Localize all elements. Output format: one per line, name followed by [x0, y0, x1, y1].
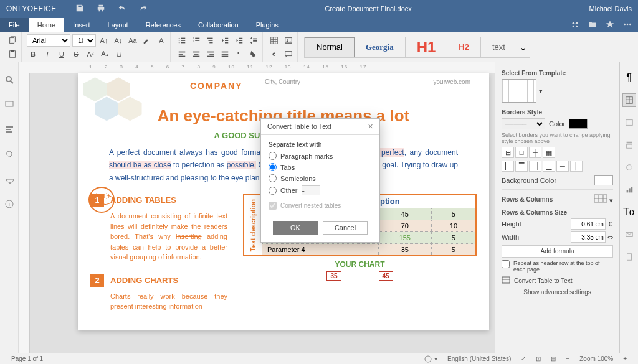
border-outer-icon[interactable]: ⊞ [502, 147, 514, 158]
zoom-out-button[interactable]: − [566, 355, 569, 362]
border-bottom-icon[interactable]: ▁ [543, 161, 555, 172]
search-icon[interactable] [4, 75, 14, 87]
share-icon[interactable] [571, 20, 579, 30]
paste-icon[interactable] [6, 48, 19, 60]
multilevel-icon[interactable] [204, 34, 217, 47]
superscript-button[interactable]: A² [84, 48, 97, 60]
info-icon[interactable]: i [4, 199, 14, 212]
style-normal[interactable]: Normal [305, 37, 355, 57]
redo-icon[interactable] [139, 4, 148, 14]
font-select[interactable]: Arial [27, 34, 70, 47]
width-input[interactable] [571, 231, 606, 243]
rtab-mailmerge-icon[interactable] [622, 228, 636, 241]
rtab-table-icon[interactable] [622, 93, 636, 107]
tab-insert[interactable]: Insert [64, 18, 99, 32]
radio-semicolons[interactable]: Semicolons [269, 174, 372, 182]
border-inner-icon[interactable]: ┼ [529, 147, 541, 158]
repeat-header-checkbox[interactable]: Repeat as header row at the top of each … [502, 260, 613, 273]
font-size-select[interactable]: 10 [72, 34, 96, 47]
fit-page-icon[interactable]: ⊡ [536, 355, 541, 362]
fit-width-icon[interactable]: ⊟ [551, 355, 556, 362]
inc-size-icon[interactable]: A↑ [98, 34, 110, 47]
insert-comment-icon[interactable] [282, 48, 295, 60]
nonprinting-icon[interactable]: ¶ [233, 48, 245, 60]
bg-color-swatch[interactable] [594, 175, 613, 185]
vertical-ruler[interactable] [19, 73, 30, 353]
border-left-icon[interactable]: ▏ [502, 161, 514, 172]
highlight-icon[interactable] [141, 34, 153, 47]
convert-table-link[interactable]: Convert Table to Text [514, 278, 573, 284]
style-text[interactable]: text [481, 37, 517, 57]
zoom-indicator[interactable]: Zoom 100% [579, 355, 613, 362]
folder-icon[interactable] [588, 20, 597, 30]
dec-size-icon[interactable]: A↓ [112, 34, 125, 47]
feedback-icon[interactable] [4, 174, 14, 187]
height-input[interactable] [571, 218, 606, 230]
inc-indent-icon[interactable] [233, 34, 245, 47]
comments-icon[interactable] [4, 100, 14, 112]
bullets-icon[interactable] [176, 34, 188, 47]
dialog-close-icon[interactable]: ✕ [368, 123, 373, 131]
numbering-icon[interactable]: 12 [190, 34, 202, 47]
dec-indent-icon[interactable] [219, 34, 231, 47]
tab-collaboration[interactable]: Collaboration [189, 18, 247, 32]
rows-cols-dropdown[interactable]: ▾ [594, 194, 613, 205]
subscript-button[interactable]: A₂ [98, 48, 111, 60]
underline-button[interactable]: U [55, 48, 68, 60]
tab-file[interactable]: File [0, 18, 29, 32]
rtab-textart-icon[interactable]: Tα [622, 205, 636, 219]
rtab-paragraph-icon[interactable]: ¶ [622, 71, 636, 85]
align-right-icon[interactable] [204, 48, 217, 60]
line-spacing-icon[interactable] [247, 34, 260, 47]
style-h1[interactable]: H1 [406, 37, 448, 57]
align-center-icon[interactable] [190, 48, 202, 60]
style-georgia[interactable]: Georgia [355, 37, 406, 57]
rtab-image-icon[interactable] [622, 116, 636, 129]
border-style-select[interactable]: ───── [502, 118, 545, 129]
track-changes-icon[interactable]: ▾ [424, 355, 437, 363]
strike-button[interactable]: S [70, 48, 82, 60]
tab-home[interactable]: Home [29, 18, 64, 32]
insert-table-icon[interactable] [268, 34, 280, 47]
language-indicator[interactable]: English (United States) [447, 355, 511, 362]
user-name[interactable]: Michael Davis [589, 5, 632, 12]
border-top-icon[interactable]: ▔ [515, 161, 528, 172]
print-icon[interactable] [97, 4, 105, 14]
rtab-shape-icon[interactable] [622, 161, 636, 174]
border-right-icon[interactable]: ▕ [529, 161, 541, 172]
headings-icon[interactable] [4, 124, 14, 137]
font-color-icon[interactable]: A [155, 34, 168, 47]
advanced-settings-link[interactable]: Show advanced settings [502, 289, 613, 296]
bold-button[interactable]: B [27, 48, 39, 60]
chat-icon[interactable] [4, 149, 14, 162]
save-icon[interactable] [75, 4, 84, 14]
star-icon[interactable] [606, 20, 614, 30]
undo-icon[interactable] [118, 4, 126, 14]
copy-icon[interactable] [6, 34, 19, 47]
tab-layout[interactable]: Layout [99, 18, 137, 32]
italic-button[interactable]: I [41, 48, 54, 60]
border-color-swatch[interactable] [569, 119, 588, 129]
ok-button[interactable]: OK [273, 221, 318, 235]
style-dropdown-icon[interactable]: ⌄ [517, 37, 530, 57]
tab-plugins[interactable]: Plugins [247, 18, 287, 32]
radio-other[interactable]: Other [269, 185, 372, 195]
cancel-button[interactable]: Cancel [323, 221, 368, 235]
insert-image-icon[interactable] [282, 34, 295, 47]
justify-icon[interactable] [219, 48, 231, 60]
border-hmid-icon[interactable]: ─ [556, 161, 569, 172]
style-h2[interactable]: H2 [447, 37, 481, 57]
border-none-icon[interactable]: □ [515, 147, 528, 158]
insert-link-icon[interactable] [268, 48, 280, 60]
spellcheck-icon[interactable]: ✓ [521, 355, 526, 362]
other-separator-input[interactable] [302, 185, 320, 195]
document-area[interactable]: City, Country yourweb.com COMPANY An eye… [19, 62, 495, 353]
add-formula-button[interactable]: Add formula [502, 245, 613, 258]
tab-references[interactable]: References [137, 18, 189, 32]
template-preview[interactable] [502, 79, 536, 103]
more-icon[interactable] [623, 20, 632, 30]
border-vmid-icon[interactable]: │ [570, 161, 583, 172]
case-icon[interactable]: Aa [126, 34, 139, 47]
clear-format-icon[interactable] [113, 48, 125, 60]
border-all-icon[interactable]: ▦ [543, 147, 555, 158]
